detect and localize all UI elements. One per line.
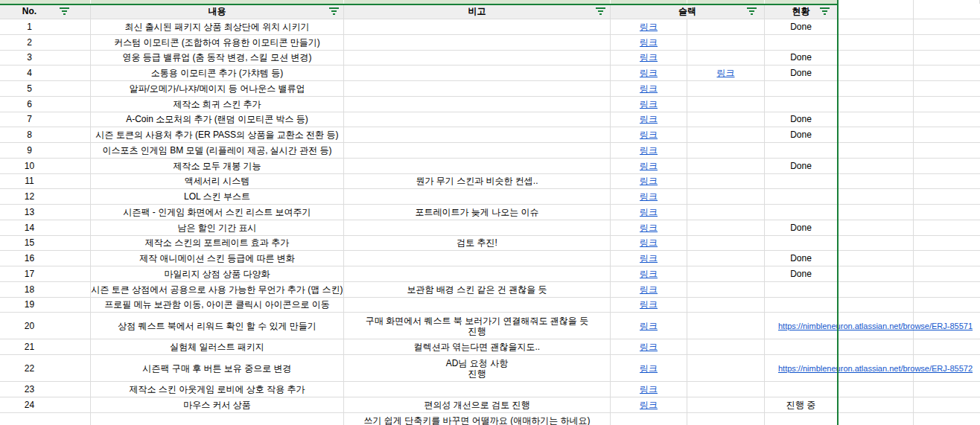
- cell-content[interactable]: 제작소 스킨의 포트레이트 효과 추가: [91, 236, 344, 252]
- cell-slack-link-2[interactable]: [687, 19, 765, 35]
- cell-ticket-link[interactable]: [838, 413, 914, 425]
- cell-note[interactable]: [344, 266, 611, 282]
- cell-blank[interactable]: [914, 159, 980, 174]
- slack-link[interactable]: 링크: [640, 99, 658, 109]
- cell-no[interactable]: 20: [0, 313, 91, 339]
- cell-blank[interactable]: [914, 174, 980, 190]
- cell-content[interactable]: 상점 퀘스트 북에서 리워드 확인 할 수 있게 만들기: [91, 313, 344, 339]
- filter-icon[interactable]: [747, 7, 757, 15]
- cell-slack-link[interactable]: 링크: [611, 220, 687, 236]
- header-cell-slack[interactable]: 슬랙: [611, 4, 765, 19]
- cell-ticket-link[interactable]: [838, 205, 914, 220]
- cell-note[interactable]: 구매 화면에서 퀘스트 북 보러가기 연결해줘도 괜찮을 듯 진행: [344, 313, 611, 339]
- cell-content[interactable]: 남은 할인 기간 표시: [91, 220, 344, 236]
- cell-blank[interactable]: [914, 97, 980, 112]
- cell-note[interactable]: 편의성 개선으로 검토 진행: [344, 397, 611, 413]
- cell-blank[interactable]: [914, 205, 980, 220]
- cell-note[interactable]: AD님 요청 사항 진행: [344, 355, 611, 382]
- cell-content[interactable]: 이스포츠 인게임 BM 모델 (리플레이 제공, 실시간 관전 등): [91, 143, 344, 159]
- slack-link[interactable]: 링크: [717, 68, 735, 78]
- cell-blank[interactable]: [914, 397, 980, 413]
- header-cell-no[interactable]: No.: [0, 4, 91, 19]
- cell-content[interactable]: 제작 애니메이션 스킨 등급에 따른 변화: [91, 251, 344, 266]
- cell-status[interactable]: [765, 382, 838, 397]
- cell-ticket-link[interactable]: [838, 266, 914, 282]
- cell-slack-link-2[interactable]: [687, 112, 765, 128]
- slack-link[interactable]: 링크: [640, 52, 658, 63]
- cell-ticket-link[interactable]: [838, 382, 914, 397]
- cell-content[interactable]: 액세서리 시스템: [91, 174, 344, 190]
- slack-link[interactable]: 링크: [640, 253, 658, 263]
- cell-slack-link-2[interactable]: [687, 174, 765, 190]
- cell-status[interactable]: [765, 282, 838, 298]
- slack-link[interactable]: 링크: [640, 342, 658, 352]
- cell-status[interactable]: 진행 중: [765, 397, 838, 413]
- header-cell-empty[interactable]: [914, 4, 980, 19]
- cell-no[interactable]: 23: [0, 382, 91, 397]
- cell-content[interactable]: 시즌 토큰 상점에서 공용으로 사용 가능한 무언가 추가 (맵 스킨): [91, 282, 344, 298]
- cell-note[interactable]: [344, 251, 611, 266]
- slack-link[interactable]: 링크: [640, 37, 658, 48]
- cell-slack-link-2[interactable]: 링크: [687, 65, 765, 81]
- cell-no[interactable]: 11: [0, 174, 91, 190]
- slack-link[interactable]: 링크: [640, 191, 658, 202]
- cell-ticket-link[interactable]: [838, 112, 914, 128]
- cell-status[interactable]: [765, 236, 838, 252]
- cell-content[interactable]: 마일리지 상점 상품 다양화: [91, 266, 344, 282]
- slack-link[interactable]: 링크: [640, 384, 658, 394]
- cell-blank[interactable]: [914, 51, 980, 66]
- cell-blank[interactable]: [914, 413, 980, 425]
- cell-no[interactable]: 2: [0, 35, 91, 51]
- cell-slack-link[interactable]: 링크: [611, 81, 687, 97]
- cell-slack-link[interactable]: 링크: [611, 339, 687, 355]
- cell-status[interactable]: [765, 413, 838, 425]
- cell-note[interactable]: [344, 97, 611, 112]
- slack-link[interactable]: 링크: [640, 269, 658, 279]
- cell-content[interactable]: 시즌팩 - 인게임 화면에서 스킨 리스트 보여주기: [91, 205, 344, 220]
- cell-ticket-link[interactable]: [838, 298, 914, 313]
- cell-slack-link-2[interactable]: [687, 127, 765, 143]
- cell-slack-link-2[interactable]: [687, 97, 765, 112]
- cell-ticket-link[interactable]: [838, 397, 914, 413]
- cell-note[interactable]: [344, 127, 611, 143]
- cell-note[interactable]: [344, 51, 611, 66]
- slack-link[interactable]: 링크: [640, 363, 658, 374]
- cell-ticket-link[interactable]: [838, 251, 914, 266]
- cell-no[interactable]: [0, 413, 91, 425]
- cell-content[interactable]: 제작소 스킨 아웃게임 로비에 상호 작용 추가: [91, 382, 344, 397]
- slack-link[interactable]: 링크: [640, 83, 658, 94]
- cell-slack-link[interactable]: 링크: [611, 282, 687, 298]
- cell-slack-link[interactable]: 링크: [611, 382, 687, 397]
- cell-status[interactable]: Done: [765, 51, 838, 66]
- slack-link[interactable]: 링크: [640, 321, 658, 331]
- cell-note[interactable]: [344, 143, 611, 159]
- cell-no[interactable]: 16: [0, 251, 91, 266]
- cell-ticket-link[interactable]: [838, 51, 914, 66]
- slack-link[interactable]: 링크: [640, 176, 658, 186]
- filter-icon[interactable]: [60, 7, 69, 15]
- cell-content[interactable]: 실험체 일러스트 패키지: [91, 339, 344, 355]
- cell-content[interactable]: [91, 413, 344, 425]
- cell-content[interactable]: 시즌 토큰의 사용처 추가 (ER PASS의 상품을 교환소 전환 등): [91, 127, 344, 143]
- cell-status[interactable]: Done: [765, 266, 838, 282]
- cell-status[interactable]: Done: [765, 65, 838, 81]
- cell-note[interactable]: 포트레이트가 늦게 나오는 이슈: [344, 205, 611, 220]
- cell-blank[interactable]: [914, 266, 980, 282]
- cell-content[interactable]: 시즌팩 구매 후 버튼 보유 중으로 변경: [91, 355, 344, 382]
- cell-status[interactable]: [765, 298, 838, 313]
- cell-no[interactable]: 1: [0, 19, 91, 35]
- cell-ticket-link[interactable]: [838, 159, 914, 174]
- cell-content[interactable]: 최신 출시된 패키지 상품 최상단에 위치 시키기: [91, 19, 344, 35]
- cell-ticket-link[interactable]: [838, 236, 914, 252]
- cell-note[interactable]: [344, 382, 611, 397]
- slack-link[interactable]: 링크: [640, 161, 658, 171]
- cell-note[interactable]: [344, 112, 611, 128]
- header-cell-status[interactable]: 현황: [765, 4, 838, 19]
- header-cell-empty[interactable]: [838, 4, 914, 19]
- cell-content[interactable]: 소통용 이모티콘 추가 (가챠템 등): [91, 65, 344, 81]
- cell-status[interactable]: Done: [765, 159, 838, 174]
- cell-blank[interactable]: [914, 127, 980, 143]
- cell-slack-link[interactable]: 링크: [611, 355, 687, 382]
- slack-link[interactable]: 링크: [640, 400, 658, 410]
- cell-content[interactable]: LOL 스킨 부스트: [91, 189, 344, 205]
